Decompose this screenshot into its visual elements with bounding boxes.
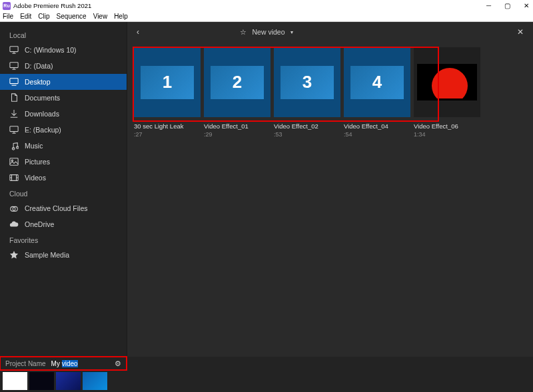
section-cloud: Cloud — [0, 186, 127, 200]
clip-name: Video Effect_06 — [414, 122, 480, 130]
section-favorites: Favorites — [0, 232, 127, 247]
overlay-number: 1 — [141, 66, 194, 99]
selection-tray — [0, 370, 533, 392]
sidebar-item-label: Pictures — [25, 158, 50, 166]
footer: Project Name My video ⚙ — [0, 357, 533, 392]
clip-duration: 1:34 — [414, 131, 480, 138]
media-clip[interactable]: 2 Video Effect_01 :29 — [204, 47, 270, 138]
clip-name: 30 sec Light Leak — [134, 122, 201, 130]
picture-icon — [9, 157, 19, 166]
tray-item[interactable] — [3, 372, 27, 390]
media-clip[interactable]: Video Effect_06 1:34 — [414, 47, 480, 138]
sidebar-item-music[interactable]: Music — [0, 138, 127, 154]
sidebar-item-label: E: (Backup) — [25, 126, 61, 134]
chevron-down-icon[interactable]: ▾ — [290, 29, 293, 35]
creative-cloud-icon — [9, 204, 19, 213]
section-local: Local — [0, 27, 127, 42]
sidebar-item-label: Sample Media — [25, 251, 69, 259]
sidebar-item-sample-media[interactable]: Sample Media — [0, 247, 127, 263]
project-name-input[interactable]: My video — [51, 360, 78, 367]
menu-sequence[interactable]: Sequence — [57, 13, 87, 20]
sidebar-item-pictures[interactable]: Pictures — [0, 154, 127, 170]
sidebar-item-label: Desktop — [25, 78, 51, 86]
music-icon — [9, 141, 19, 150]
cloud-icon — [9, 220, 19, 229]
titlebar: Ru Adobe Premiere Rush 2021 ─ ▢ ✕ — [0, 0, 533, 11]
maximize-button[interactable]: ▢ — [503, 2, 512, 9]
menubar: File Edit Clip Sequence View Help — [0, 11, 533, 22]
sidebar-item-label: Downloads — [25, 110, 59, 118]
star-outline-icon[interactable]: ☆ — [240, 28, 247, 37]
sidebar-item-label: Creative Cloud Files — [25, 204, 88, 212]
tray-item[interactable] — [29, 372, 54, 390]
svg-rect-1 — [10, 63, 18, 68]
panel-title: New video — [252, 28, 284, 36]
sidebar-item-label: C: (Windows 10) — [25, 46, 77, 54]
media-clip[interactable]: 4 Video Effect_04 :54 — [344, 47, 410, 138]
monitor-icon — [9, 61, 19, 71]
sidebar-item-label: D: (Data) — [25, 62, 53, 70]
sidebar-item-desktop[interactable]: Desktop — [0, 74, 127, 90]
overlay-number: 4 — [350, 66, 404, 99]
sidebar-item-label: Music — [25, 142, 43, 150]
clip-name: Video Effect_04 — [344, 122, 410, 130]
svg-point-5 — [11, 160, 13, 161]
svg-rect-0 — [10, 47, 18, 52]
download-icon — [9, 109, 19, 118]
svg-rect-2 — [10, 79, 18, 84]
minimize-button[interactable]: ─ — [485, 2, 492, 9]
svg-rect-4 — [10, 158, 18, 166]
media-grid: 1 30 sec Light Leak :27 2 Video Effect_0… — [127, 42, 533, 138]
overlay-number: 2 — [211, 66, 264, 99]
close-panel-button[interactable]: ✕ — [514, 25, 526, 39]
sidebar-item-e-drive[interactable]: E: (Backup) — [0, 122, 127, 138]
sidebar-item-label: Videos — [25, 174, 46, 182]
desktop-icon — [9, 77, 19, 87]
tray-item[interactable] — [83, 372, 107, 390]
sidebar-item-downloads[interactable]: Downloads — [0, 106, 127, 122]
sidebar-item-label: OneDrive — [25, 220, 54, 228]
main-panel: ‹ ☆ New video ▾ ✕ 1 30 sec Light Leak :2… — [127, 22, 533, 357]
project-name-row: Project Name My video ⚙ — [0, 357, 127, 370]
sidebar-item-documents[interactable]: Documents — [0, 90, 127, 106]
sidebar-item-d-drive[interactable]: D: (Data) — [0, 58, 127, 74]
sidebar-item-videos[interactable]: Videos — [0, 170, 127, 186]
star-icon — [9, 250, 19, 260]
sidebar-item-c-drive[interactable]: C: (Windows 10) — [0, 42, 127, 58]
clip-name: Video Effect_01 — [204, 122, 270, 130]
monitor-icon — [9, 45, 19, 55]
monitor-icon — [9, 125, 19, 134]
media-clip[interactable]: 1 30 sec Light Leak :27 — [134, 47, 201, 138]
document-icon — [9, 93, 19, 102]
menu-file[interactable]: File — [3, 13, 13, 20]
tray-item[interactable] — [56, 372, 81, 390]
sidebar-item-label: Documents — [25, 94, 60, 102]
gear-icon[interactable]: ⚙ — [115, 359, 121, 368]
back-button[interactable]: ‹ — [134, 25, 142, 39]
menu-clip[interactable]: Clip — [38, 13, 49, 20]
menu-edit[interactable]: Edit — [20, 13, 31, 20]
project-name-label: Project Name — [5, 360, 46, 367]
clip-duration: :29 — [204, 131, 270, 138]
app-icon: Ru — [3, 2, 11, 10]
video-icon — [9, 173, 19, 182]
main-topbar: ‹ ☆ New video ▾ ✕ — [127, 22, 533, 42]
close-window-button[interactable]: ✕ — [522, 2, 530, 9]
media-clip[interactable]: 3 Video Effect_02 :53 — [274, 47, 340, 138]
menu-help[interactable]: Help — [114, 13, 128, 20]
sidebar-item-onedrive[interactable]: OneDrive — [0, 216, 127, 232]
window-title: Adobe Premiere Rush 2021 — [13, 2, 91, 9]
menu-view[interactable]: View — [93, 13, 108, 20]
clip-duration: :53 — [274, 131, 340, 138]
svg-rect-3 — [10, 126, 18, 132]
clip-duration: :27 — [134, 131, 201, 138]
clip-name: Video Effect_02 — [274, 122, 340, 130]
overlay-number: 3 — [280, 66, 334, 99]
clip-duration: :54 — [344, 131, 410, 138]
sidebar: Local C: (Windows 10) D: (Data) Desktop … — [0, 22, 127, 357]
sidebar-item-creative-cloud[interactable]: Creative Cloud Files — [0, 200, 127, 216]
clip-thumbnail — [432, 68, 468, 104]
